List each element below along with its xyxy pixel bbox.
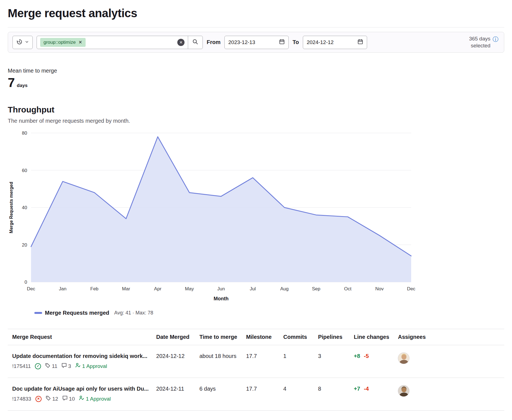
comments-count-value: 10 [69,396,75,403]
chart-legend: Merge Requests merged Avg: 41 · Max: 78 [34,310,504,316]
filter-bar: group::optimize ✕ ✕ From 2023-12-13 [8,32,504,53]
svg-text:Merge Requests merged: Merge Requests merged [9,182,14,233]
history-clock-icon [16,39,22,46]
date-merged-cell: 2024-12-11 [156,378,199,411]
comment-icon [62,395,68,403]
pipelines-cell: 8 [318,378,354,411]
svg-text:Jul: Jul [250,286,256,291]
throughput-chart-container: 020406080DecJanFebMarAprMayJunJulAugSepO… [8,127,504,316]
legend-avg-max: Avg: 41 · Max: 78 [114,310,153,316]
svg-text:40: 40 [22,205,27,210]
mean-time-value: 7 [8,75,15,90]
svg-text:60: 60 [22,168,27,173]
col-header-milestone: Milestone [246,329,283,345]
mr-title-link[interactable]: Doc update for AiUsage api only for user… [12,385,152,392]
time-to-merge-cell: about 18 hours [199,345,246,378]
assignees-cell [398,378,504,411]
from-date-value: 2023-12-13 [228,39,255,45]
mr-meta-row: !175411 ✓ 11 [12,363,152,370]
from-date-input[interactable]: 2023-12-13 [224,36,289,49]
commits-cell: 4 [283,378,318,411]
label-tag-icon [45,363,50,370]
labels-count: 11 [45,363,57,370]
comments-count: 3 [62,363,71,370]
time-to-merge-cell: 6 days [199,378,246,411]
title-divider [8,27,504,27]
approvals: 1 Approval [75,363,107,370]
chevron-down-icon [25,40,29,45]
mean-time-unit: days [17,83,28,88]
svg-text:Jun: Jun [217,286,225,291]
svg-text:20: 20 [22,242,27,248]
token-remove-icon[interactable]: ✕ [76,40,84,45]
labels-count: 12 [46,395,58,403]
commits-cell: 1 [283,345,318,378]
approval-check-icon [75,363,81,370]
assignee-avatar[interactable] [398,385,409,397]
col-header-pipelines: Pipelines [318,329,354,345]
additions-count: +7 [354,386,360,392]
pipeline-status-icon: ✓ [35,363,41,369]
date-merged-cell: 2024-12-12 [156,345,199,378]
recent-searches-button[interactable] [12,36,33,49]
calendar-icon[interactable] [279,39,285,46]
merge-request-table: Merge Request Date Merged Time to merge … [8,329,504,410]
filter-token-label: group::optimize [43,40,76,45]
svg-text:Oct: Oct [344,286,352,291]
filter-search-input[interactable]: group::optimize ✕ ✕ [37,36,188,49]
from-label: From [207,39,221,45]
search-button[interactable] [188,36,203,49]
svg-text:Sep: Sep [312,286,320,291]
comments-count: 10 [62,395,75,403]
col-header-assignees: Assignees [398,329,504,345]
approval-check-icon [79,395,84,403]
filtered-search: group::optimize ✕ ✕ [37,36,203,49]
calendar-icon[interactable] [357,39,363,46]
table-row: Doc update for AiUsage api only for user… [8,378,504,411]
throughput-description: The number of merge requests merged by m… [8,118,504,124]
svg-text:Aug: Aug [280,286,289,291]
mr-id: !174833 [12,396,31,403]
mr-title-link[interactable]: Update documentation for removing sideki… [12,352,152,360]
throughput-area-chart: 020406080DecJanFebMarAprMayJunJulAugSepO… [8,127,418,307]
assignees-cell [398,345,504,378]
to-date-value: 2024-12-12 [307,39,334,45]
legend-line-swatch [34,312,42,314]
svg-text:Feb: Feb [90,286,98,291]
labels-count-value: 11 [52,363,57,370]
table-header-row: Merge Request Date Merged Time to merge … [8,329,504,345]
deletions-count: -5 [364,353,369,359]
approvals-text: 1 Approval [82,363,107,370]
to-label: To [293,39,299,45]
col-header-date-merged: Date Merged [156,329,199,345]
approvals: 1 Approval [79,395,111,403]
svg-text:Jan: Jan [59,286,66,291]
mean-time-label: Mean time to merge [8,68,504,74]
search-icon [192,39,198,46]
clear-search-icon[interactable]: ✕ [177,39,185,46]
to-date-input[interactable]: 2024-12-12 [303,36,367,49]
info-icon[interactable]: ⓘ [493,36,498,42]
svg-text:80: 80 [22,130,27,136]
svg-text:May: May [185,286,194,291]
mr-id: !175411 [12,363,31,370]
svg-text:Dec: Dec [407,286,416,291]
milestone-cell: 17.7 [246,378,283,411]
milestone-cell: 17.7 [246,345,283,378]
filter-token[interactable]: group::optimize ✕ [40,38,86,47]
line-changes-cell: +7 -4 [354,378,398,411]
col-header-line-changes: Line changes [354,329,398,345]
deletions-count: -4 [364,386,369,392]
date-range-summary: 365 days selected ⓘ [459,35,500,49]
table-row: Update documentation for removing sideki… [8,345,504,378]
pipeline-status-icon: ✕ [35,396,42,402]
col-header-time-to-merge: Time to merge [199,329,246,345]
comment-icon [62,363,67,370]
svg-text:Nov: Nov [375,286,384,291]
svg-text:Month: Month [214,296,229,301]
col-header-merge-request: Merge Request [8,329,156,345]
svg-text:Dec: Dec [27,286,35,291]
assignee-avatar[interactable] [398,352,409,364]
page-title: Merge request analytics [8,7,504,20]
approvals-text: 1 Approval [86,396,111,403]
